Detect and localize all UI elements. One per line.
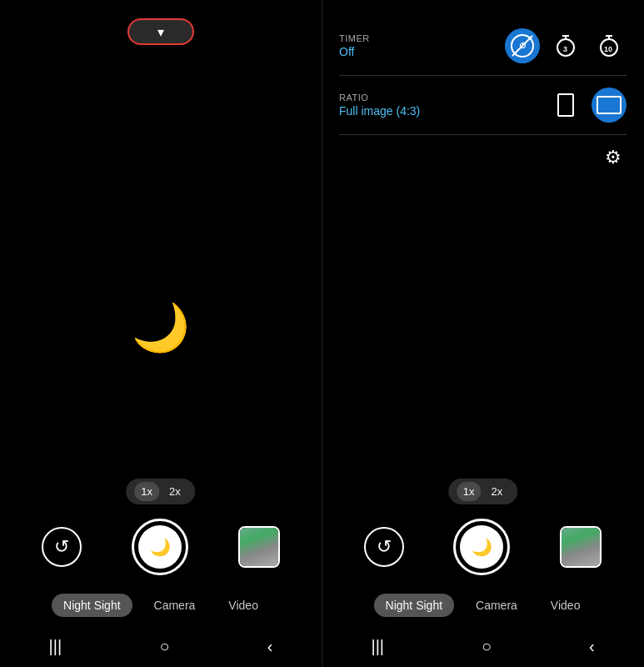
nav-back-icon-right[interactable]: ‹ <box>582 630 602 663</box>
thumbnail-button[interactable] <box>238 526 280 568</box>
timer-off-button[interactable]: ⏱ <box>505 28 540 63</box>
zoom-1x-button[interactable]: 1x <box>134 482 159 501</box>
shutter-inner-right: 🌙 <box>460 525 503 569</box>
mode-camera[interactable]: Camera <box>142 594 207 617</box>
moon-shutter-icon: 🌙 <box>150 537 171 557</box>
timer-title: TIMER <box>339 33 370 43</box>
chevron-down-icon: ▾ <box>157 24 164 40</box>
zoom-1x-button-right[interactable]: 1x <box>457 482 482 501</box>
zoom-controls: 1x 2x <box>126 479 195 504</box>
timer-label-group: TIMER Off <box>339 33 370 58</box>
mode-camera-right[interactable]: Camera <box>464 594 529 617</box>
timer-off-icon: ⏱ <box>511 34 534 58</box>
mode-night-sight-right[interactable]: Night Sight <box>374 594 454 617</box>
ratio-label-group: RATIO Full image (4:3) <box>339 93 420 118</box>
camera-controls: ↺ 🌙 <box>0 519 322 575</box>
nav-bar: ||| ○ ‹ <box>0 625 322 667</box>
mode-selector: Night Sight Camera Video <box>0 594 322 617</box>
zoom-2x-button-right[interactable]: 2x <box>485 482 510 501</box>
settings-gear-button[interactable]: ⚙ <box>600 142 627 173</box>
mode-video[interactable]: Video <box>217 594 270 617</box>
timer-row: TIMER Off ⏱ <box>339 17 627 76</box>
rotate-button-right[interactable]: ↺ <box>364 527 404 567</box>
rotate-button[interactable]: ↺ <box>42 527 82 567</box>
nav-home-icon[interactable]: ○ <box>152 630 176 663</box>
shutter-button-right[interactable]: 🌙 <box>453 519 510 575</box>
shutter-inner: 🌙 <box>138 525 182 569</box>
ratio-portrait-button[interactable] <box>548 88 583 123</box>
ratio-icons <box>548 88 627 123</box>
ratio-landscape-button[interactable] <box>592 88 627 123</box>
dropdown-button[interactable]: ▾ <box>127 18 194 45</box>
settings-overlay: TIMER Off ⏱ <box>322 0 643 197</box>
portrait-ratio-icon <box>557 93 574 117</box>
right-panel: TIMER Off ⏱ <box>322 0 643 667</box>
mode-night-sight[interactable]: Night Sight <box>52 594 132 617</box>
nav-back-icon[interactable]: ‹ <box>261 630 280 663</box>
landscape-ratio-icon <box>597 96 622 114</box>
svg-text:3: 3 <box>563 45 567 53</box>
moon-shutter-icon-right: 🌙 <box>472 537 492 557</box>
ratio-row: RATIO Full image (4:3) <box>339 76 627 135</box>
timer-icons: ⏱ 3 <box>505 28 627 63</box>
thumbnail-image-right <box>562 528 600 566</box>
timer-value: Off <box>339 45 370 58</box>
nav-home-icon-right[interactable]: ○ <box>475 630 498 663</box>
shutter-button[interactable]: 🌙 <box>132 519 188 575</box>
nav-bar-right: ||| ○ ‹ <box>322 625 643 667</box>
gear-row: ⚙ <box>339 135 627 180</box>
left-panel: ▾ 🌙 1x 2x ↺ 🌙 Night Sight Camera Video |… <box>0 0 322 667</box>
camera-controls-right: ↺ 🌙 <box>322 519 643 575</box>
nav-menu-icon-right[interactable]: ||| <box>364 630 391 663</box>
ratio-title: RATIO <box>339 93 420 103</box>
timer-10s-button[interactable]: 10 <box>592 28 627 63</box>
mode-video-right[interactable]: Video <box>539 594 592 617</box>
thumbnail-image <box>240 528 278 566</box>
mode-selector-right: Night Sight Camera Video <box>322 594 643 617</box>
timer-circle: ⏱ <box>511 34 534 58</box>
svg-text:10: 10 <box>604 45 612 53</box>
night-sight-icon: 🌙 <box>132 300 190 355</box>
timer-3s-button[interactable]: 3 <box>548 28 583 63</box>
nav-menu-icon[interactable]: ||| <box>42 630 69 663</box>
thumbnail-button-right[interactable] <box>560 526 602 568</box>
ratio-value: Full image (4:3) <box>339 104 420 118</box>
zoom-2x-button[interactable]: 2x <box>162 482 187 501</box>
zoom-controls-right: 1x 2x <box>448 479 517 504</box>
